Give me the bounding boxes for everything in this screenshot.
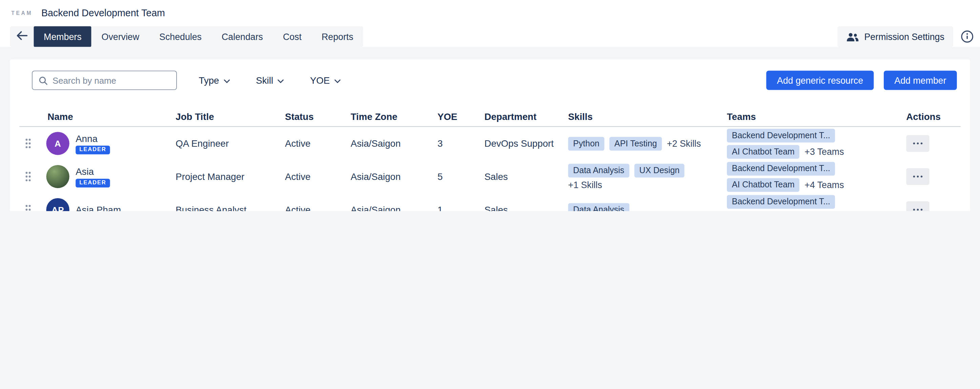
column-header-job-title: Job Title (166, 111, 276, 121)
drag-handle[interactable] (19, 160, 38, 193)
chevron-down-icon (334, 78, 340, 83)
teams-cell: Backend Development T...AI Chatbot Team+… (718, 193, 891, 211)
team-chip[interactable]: AI Chatbot Team (727, 178, 800, 192)
skills-more[interactable]: +2 Skills (667, 138, 701, 149)
teams-cell: Backend Development T...AI Chatbot Team+… (718, 160, 891, 193)
member-name-cell: AsiaLEADER (38, 160, 166, 193)
toolbar-buttons: Add generic resource Add member (767, 70, 957, 90)
team-chip[interactable]: AI Chatbot Team (727, 145, 800, 159)
row-actions-button[interactable] (906, 168, 929, 185)
page-title: Backend Development Team (41, 8, 165, 19)
name-stack: AsiaLEADER (76, 166, 110, 187)
team-chip[interactable]: Backend Development T... (727, 195, 835, 209)
skills-cell: Data AnalysisUX Design+1 Skills (559, 160, 718, 193)
members-panel: TypeSkillYOE Add generic resource Add me… (10, 59, 970, 211)
add-member-button[interactable]: Add member (884, 70, 957, 90)
skills-more[interactable]: +1 Skills (568, 179, 602, 190)
skills-list: Data Analysis (568, 203, 629, 211)
table-row: AsiaLEADERProject ManagerActiveAsia/Saig… (19, 160, 961, 193)
avatar: AP (46, 198, 69, 211)
column-header-actions: Actions (891, 111, 961, 121)
app-window: TEAM Backend Development Team MembersOve… (0, 0, 980, 211)
filter-bar: TypeSkillYOE (199, 75, 340, 86)
skill-chip: UX Design (634, 164, 685, 177)
skill-chip: API Testing (609, 137, 662, 151)
name-stack: AnnaLEADER (76, 133, 110, 154)
row-actions-button[interactable] (906, 135, 929, 152)
skills-cell: Data Analysis (559, 193, 718, 211)
cell-department: DevOps Support (475, 127, 559, 160)
people-icon (846, 32, 859, 42)
actions-cell (891, 193, 961, 211)
teams-line-1: Backend Development T... (727, 129, 844, 142)
team-chip[interactable]: Backend Development T... (727, 129, 835, 142)
filter-type[interactable]: Type (199, 75, 230, 86)
actions-cell (891, 127, 961, 160)
tab-overview[interactable]: Overview (91, 26, 149, 47)
search-box (32, 70, 177, 90)
info-icon (961, 30, 974, 43)
cell-status: Active (275, 160, 341, 193)
member-name: Anna (76, 133, 110, 143)
back-button[interactable] (10, 26, 34, 47)
tab-reports[interactable]: Reports (312, 26, 363, 47)
teams-line-2: AI Chatbot Team+4 Teams (727, 178, 844, 192)
teams-line-1: Backend Development T... (727, 162, 844, 176)
tab-calendars[interactable]: Calendars (212, 26, 273, 47)
teams-line-1: Backend Development T... (727, 195, 844, 209)
filter-label: Skill (256, 75, 273, 86)
title-row: TEAM Backend Development Team (0, 0, 980, 26)
skills-list: PythonAPI Testing+2 Skills (568, 137, 701, 151)
cell-yoe: 5 (428, 160, 475, 193)
teams-more[interactable]: +4 Teams (805, 179, 844, 190)
filter-yoe[interactable]: YOE (310, 75, 340, 86)
teams-list: Backend Development T...AI Chatbot Team+… (727, 129, 844, 159)
permission-settings-label: Permission Settings (864, 32, 944, 42)
cell-time-zone: Asia/Saigon (341, 160, 428, 193)
search-input[interactable] (32, 70, 177, 90)
filter-label: YOE (310, 75, 330, 86)
table-row: APAsia PhamBusiness AnalystActiveAsia/Sa… (19, 193, 961, 211)
permission-settings-button[interactable]: Permission Settings (837, 26, 953, 47)
cell-job-title: Project Manager (166, 160, 276, 193)
tab-schedules[interactable]: Schedules (150, 26, 212, 47)
member-name-cell: APAsia Pham (38, 193, 166, 211)
drag-handle[interactable] (19, 193, 38, 211)
add-generic-resource-button[interactable]: Add generic resource (767, 70, 874, 90)
top-bar: TEAM Backend Development Team MembersOve… (0, 0, 980, 47)
tab-cost[interactable]: Cost (273, 26, 312, 47)
column-header-time-zone: Time Zone (341, 111, 428, 121)
column-header-status: Status (275, 111, 341, 121)
avatar: A (46, 132, 69, 155)
teams-line-2: AI Chatbot Team+3 Teams (727, 145, 844, 159)
info-button[interactable] (961, 30, 974, 43)
drag-handle[interactable] (19, 127, 38, 160)
team-chip[interactable]: Backend Development T... (727, 162, 835, 176)
cell-status: Active (275, 193, 341, 211)
teams-more[interactable]: +3 Teams (805, 147, 844, 157)
member-name: Asia (76, 166, 110, 176)
cell-yoe: 3 (428, 127, 475, 160)
nav-right: Permission Settings (837, 26, 974, 47)
row-actions-button[interactable] (906, 201, 929, 211)
cell-department: Sales (475, 193, 559, 211)
skills-list: Data AnalysisUX Design+1 Skills (568, 164, 712, 189)
column-header-department: Department (475, 111, 559, 121)
column-header-skills: Skills (559, 111, 718, 121)
avatar (46, 165, 69, 188)
filter-label: Type (199, 75, 219, 86)
skill-chip: Python (568, 137, 605, 151)
search-icon (38, 76, 48, 88)
cell-department: Sales (475, 160, 559, 193)
table-header: NameJob TitleStatusTime ZoneYOEDepartmen… (19, 106, 961, 127)
tab-bar: MembersOverviewSchedulesCalendarsCostRep… (34, 26, 364, 47)
team-chip[interactable]: AI Chatbot Team (727, 211, 800, 211)
skill-chip: Data Analysis (568, 164, 629, 177)
members-table: NameJob TitleStatusTime ZoneYOEDepartmen… (19, 106, 961, 211)
nav-row: MembersOverviewSchedulesCalendarsCostRep… (0, 26, 980, 47)
filter-skill[interactable]: Skill (256, 75, 284, 86)
cell-job-title: QA Engineer (166, 127, 276, 160)
tab-members[interactable]: Members (34, 26, 91, 47)
leader-badge: LEADER (76, 179, 110, 187)
teams-list: Backend Development T...AI Chatbot Team+… (727, 195, 844, 211)
